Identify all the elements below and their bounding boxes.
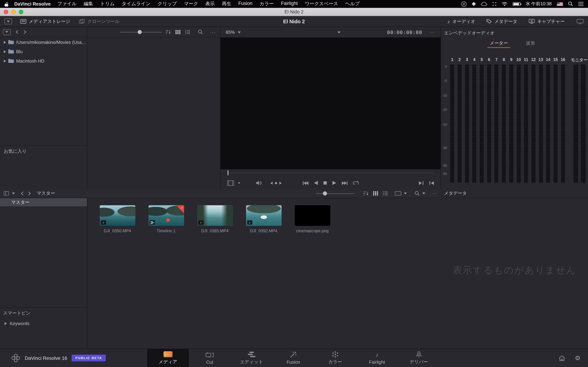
bluetooth-icon[interactable] <box>492 2 496 6</box>
close-window-button[interactable] <box>4 10 8 14</box>
grab-still-icon[interactable] <box>227 180 234 186</box>
audio-tab[interactable]: 波形 <box>525 38 536 48</box>
disclosure-triangle-icon[interactable] <box>4 59 6 62</box>
disclosure-triangle-icon[interactable] <box>4 41 6 44</box>
clone-tool-button[interactable]: クローンツール <box>75 16 124 26</box>
input-source-flag-icon[interactable] <box>557 2 563 6</box>
grab-still-chevron-icon[interactable] <box>238 182 241 184</box>
step-forward-icon[interactable] <box>279 181 282 184</box>
media-clip[interactable]: ♪ ✓ DJI_0392.MP4 <box>246 205 282 233</box>
app-menu-name[interactable]: DaVinci Resolve <box>14 1 51 7</box>
bin-search-icon[interactable] <box>415 191 420 196</box>
control-center-icon[interactable] <box>578 2 583 6</box>
menu-item[interactable]: カラー <box>259 1 274 7</box>
jump-to-in-icon[interactable] <box>429 181 434 185</box>
jump-to-out-icon[interactable] <box>419 181 424 185</box>
menu-item[interactable]: Fairlight <box>281 1 298 7</box>
bin-search-chevron-icon[interactable] <box>422 192 425 194</box>
zoom-chevron-icon[interactable] <box>238 31 241 33</box>
menu-item[interactable]: Fusion <box>238 1 252 7</box>
media-clip[interactable]: ♪ ✓ DJI_0350.MP4 <box>99 205 135 233</box>
search-icon[interactable] <box>198 30 203 34</box>
storage-tree-item[interactable]: /Users/mikiomakino/Movies (Usag... <box>0 37 87 47</box>
menu-item[interactable]: ワークスペース <box>305 1 338 7</box>
disclosure-triangle-icon[interactable] <box>4 50 6 53</box>
media-clip[interactable]: ♪ ✓ DJI_0365.MP4 <box>197 205 233 233</box>
menu-item[interactable]: タイムライン <box>122 1 150 7</box>
playhead[interactable] <box>228 170 228 175</box>
play-icon[interactable] <box>332 181 336 185</box>
clip-name-dropdown[interactable] <box>248 27 342 37</box>
d-circle-icon[interactable]: d <box>461 1 466 7</box>
clip-thumbnail[interactable]: ♪ ✓ <box>197 205 233 226</box>
menu-item[interactable]: クリップ <box>158 1 177 7</box>
thumbnail-size-slider[interactable] <box>120 32 162 32</box>
menu-item[interactable]: 表示 <box>206 1 215 7</box>
project-settings-gear-icon[interactable]: ⚙ <box>575 355 580 361</box>
page-tab-color[interactable]: カラー <box>314 349 356 367</box>
clip-thumbnail[interactable]: ♪ ✓ <box>148 205 184 226</box>
bin-view-chevron-icon[interactable] <box>12 192 15 194</box>
menu-item[interactable]: 再生 <box>222 1 231 7</box>
media-storage-button[interactable]: メディアストレージ <box>16 16 75 26</box>
page-tab-cut[interactable]: Cut <box>189 349 231 367</box>
zoom-level-select[interactable]: 65% <box>226 30 235 35</box>
last-frame-icon[interactable] <box>342 181 347 185</box>
menu-item[interactable]: ヘルプ <box>345 1 360 7</box>
forward-icon[interactable] <box>24 30 26 34</box>
menu-item[interactable]: トリム <box>100 1 115 7</box>
launcher-icon[interactable] <box>472 2 476 6</box>
more-options-icon[interactable]: ··· <box>210 29 216 35</box>
stop-icon[interactable] <box>323 181 327 184</box>
bin-sort-icon[interactable] <box>363 191 368 196</box>
cloud-icon[interactable] <box>481 2 487 6</box>
thumbnail-view-icon[interactable] <box>395 191 401 196</box>
bin-back-icon[interactable] <box>21 191 24 196</box>
thumbnail-view-chevron-icon[interactable] <box>404 192 407 194</box>
storage-panel-toggle-icon[interactable] <box>3 29 10 35</box>
minimize-window-button[interactable] <box>11 10 16 14</box>
dual-screen-icon[interactable] <box>577 19 584 24</box>
metadata-panel-button[interactable]: メタデータ <box>482 18 522 25</box>
page-tab-media[interactable]: メディア <box>147 349 189 367</box>
back-icon[interactable] <box>16 30 18 34</box>
slider-knob[interactable] <box>138 30 142 34</box>
capture-button[interactable]: キャプチャー <box>524 18 569 25</box>
bin-forward-icon[interactable] <box>28 191 31 196</box>
media-clip[interactable]: ♪ ✓ Timeline 1 <box>148 205 184 233</box>
project-manager-home-icon[interactable] <box>559 355 565 361</box>
clip-thumbnail[interactable]: ♪ ✓ <box>100 205 135 226</box>
bin-thumbnail-slider[interactable] <box>316 193 355 194</box>
page-tab-fusion[interactable]: Fusion <box>272 349 314 367</box>
step-back-icon[interactable] <box>270 181 273 184</box>
audio-tab[interactable]: メーター <box>489 38 509 48</box>
page-tab-deliver[interactable]: デリバー <box>398 349 440 367</box>
storage-tree-item[interactable]: Blu <box>0 47 87 56</box>
menu-item[interactable]: 編集 <box>84 1 93 7</box>
audio-panel-button[interactable]: ♪ オーディオ <box>443 18 480 25</box>
spotlight-icon[interactable] <box>568 1 573 7</box>
keywords-disclosure-icon[interactable] <box>5 322 7 325</box>
wifi-icon[interactable] <box>502 2 507 6</box>
clip-thumbnail[interactable]: ♪ ✓ <box>294 205 330 226</box>
bin-slider-knob[interactable] <box>323 191 327 195</box>
apple-menu-icon[interactable] <box>5 1 9 7</box>
list-view-icon[interactable] <box>185 30 190 34</box>
first-frame-icon[interactable] <box>303 181 308 185</box>
loop-icon[interactable] <box>353 181 358 185</box>
play-reverse-icon[interactable] <box>314 181 318 185</box>
viewer-scrub-bar[interactable] <box>221 169 441 177</box>
sort-icon[interactable] <box>166 30 171 34</box>
viewer-options-icon[interactable]: ··· <box>430 30 435 35</box>
zoom-window-button[interactable] <box>19 10 23 14</box>
bin-list-view-icon[interactable] <box>383 191 388 196</box>
storage-tree-item[interactable]: Macintosh HD <box>0 56 87 66</box>
media-clip[interactable]: ♪ ✓ cinemascope.png <box>294 205 330 233</box>
page-tab-fairlight[interactable]: ♪ Fairlight <box>356 349 398 367</box>
clip-thumbnail[interactable]: ♪ ✓ <box>246 205 282 226</box>
menu-bar-clock[interactable]: 水 午前10:38 <box>526 1 552 7</box>
bin-tree-item[interactable]: マスター <box>0 198 87 206</box>
bin-grid-view-icon[interactable] <box>373 191 378 196</box>
viewer-screen[interactable] <box>221 37 441 169</box>
bin-options-icon[interactable]: ··· <box>432 191 437 196</box>
